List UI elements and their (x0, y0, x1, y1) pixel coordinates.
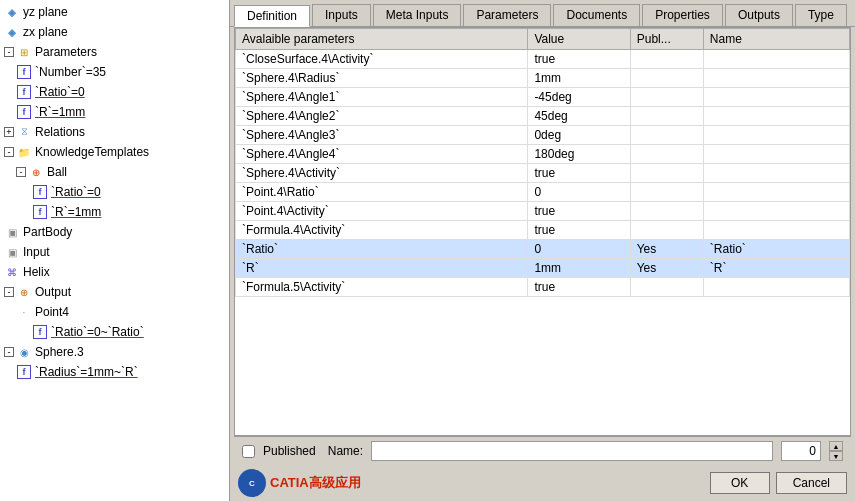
expand-icon[interactable]: + (4, 127, 14, 137)
plane-icon: ◈ (4, 24, 20, 40)
tree-item-knowledge[interactable]: - 📁 KnowledgeTemplates (0, 142, 229, 162)
tab-type[interactable]: Type (795, 4, 847, 26)
param-icon: f (16, 104, 32, 120)
tree-item-r[interactable]: f `R`=1mm (0, 102, 229, 122)
name-cell (703, 221, 849, 240)
table-row[interactable]: `Sphere.4\Angle2`45deg (236, 107, 850, 126)
tree-item-relations[interactable]: + ⧖ Relations (0, 122, 229, 142)
expand-icon[interactable]: - (4, 147, 14, 157)
cancel-button[interactable]: Cancel (776, 472, 847, 494)
table-row[interactable]: `CloseSurface.4\Activity`true (236, 50, 850, 69)
tree-item-ball-ratio[interactable]: f `Ratio`=0 (0, 182, 229, 202)
param-cell: `Formula.5\Activity` (236, 278, 528, 297)
name-cell (703, 69, 849, 88)
param-icon: f (16, 64, 32, 80)
tree-item-partbody[interactable]: ▣ PartBody (0, 222, 229, 242)
catia-icon: C (238, 469, 266, 497)
name-cell (703, 145, 849, 164)
spinner-value[interactable]: 0 (781, 441, 821, 461)
table-row[interactable]: `Point.4\Ratio`0 (236, 183, 850, 202)
name-cell: `Ratio` (703, 240, 849, 259)
publ-cell (630, 50, 703, 69)
published-checkbox[interactable] (242, 445, 255, 458)
tree-label: Point4 (35, 305, 69, 319)
table-row[interactable]: `Sphere.4\Radius`1mm (236, 69, 850, 88)
tree-item-ball[interactable]: - ⊕ Ball (0, 162, 229, 182)
table-row[interactable]: `Point.4\Activity`true (236, 202, 850, 221)
publ-cell (630, 88, 703, 107)
table-row[interactable]: `R`1mmYes`R` (236, 259, 850, 278)
publ-cell (630, 183, 703, 202)
catia-text: CATIA高级应用 (270, 474, 361, 492)
tree-item-ratio[interactable]: f `Ratio`=0 (0, 82, 229, 102)
relations-icon: ⧖ (16, 124, 32, 140)
param-cell: `Sphere.4\Activity` (236, 164, 528, 183)
table-row[interactable]: `Sphere.4\Angle3`0deg (236, 126, 850, 145)
table-row[interactable]: `Sphere.4\Angle1`-45deg (236, 88, 850, 107)
table-row[interactable]: `Ratio`0Yes`Ratio` (236, 240, 850, 259)
tab-properties[interactable]: Properties (642, 4, 723, 26)
input-icon: ▣ (4, 244, 20, 260)
right-panel: Definition Inputs Meta Inputs Parameters… (230, 0, 855, 501)
name-input[interactable] (371, 441, 773, 461)
tab-documents[interactable]: Documents (553, 4, 640, 26)
published-label: Published (263, 444, 316, 458)
tree-item-yzplane[interactable]: ◈ yz plane (0, 2, 229, 22)
tree-item-output[interactable]: - ⊕ Output (0, 282, 229, 302)
name-cell (703, 278, 849, 297)
param-cell: `CloseSurface.4\Activity` (236, 50, 528, 69)
name-cell (703, 107, 849, 126)
param-cell: `Sphere.4\Angle2` (236, 107, 528, 126)
param-cell: `Sphere.4\Angle1` (236, 88, 528, 107)
part-icon: ▣ (4, 224, 20, 240)
table-row[interactable]: `Formula.5\Activity`true (236, 278, 850, 297)
tree-item-parameters[interactable]: - ⊞ Parameters (0, 42, 229, 62)
tab-parameters[interactable]: Parameters (463, 4, 551, 26)
tree-label: zx plane (23, 25, 68, 39)
tree-item-helix[interactable]: ⌘ Helix (0, 262, 229, 282)
expand-icon[interactable]: - (4, 287, 14, 297)
tree-item-input[interactable]: ▣ Input (0, 242, 229, 262)
tree-item-ball-r[interactable]: f `R`=1mm (0, 202, 229, 222)
tab-meta-inputs[interactable]: Meta Inputs (373, 4, 462, 26)
publ-cell (630, 69, 703, 88)
tree-label: Helix (23, 265, 50, 279)
folder-icon: 📁 (16, 144, 32, 160)
catia-logo: C CATIA高级应用 (238, 469, 361, 497)
tab-inputs[interactable]: Inputs (312, 4, 371, 26)
param-icon: f (16, 364, 32, 380)
param-cell: `Point.4\Activity` (236, 202, 528, 221)
value-cell: 1mm (528, 259, 630, 278)
plane-icon: ◈ (4, 4, 20, 20)
table-row[interactable]: `Formula.4\Activity`true (236, 221, 850, 240)
tree-item-ratio-link[interactable]: f `Ratio`=0~`Ratio` (0, 322, 229, 342)
tree-label: KnowledgeTemplates (35, 145, 149, 159)
spinner-up[interactable]: ▲ (829, 441, 843, 451)
spinner-down[interactable]: ▼ (829, 451, 843, 461)
tab-definition[interactable]: Definition (234, 5, 310, 27)
ok-button[interactable]: OK (710, 472, 770, 494)
tree-label: Output (35, 285, 71, 299)
tree-label: `Ratio`=0~`Ratio` (51, 325, 144, 339)
col-param: Avalaible parameters (236, 29, 528, 50)
expand-icon[interactable]: - (4, 347, 14, 357)
expand-icon[interactable]: - (4, 47, 14, 57)
tree-label: `Number`=35 (35, 65, 106, 79)
value-cell: true (528, 164, 630, 183)
publ-cell (630, 278, 703, 297)
parameters-table: Avalaible parameters Value Publ... Name … (234, 27, 851, 436)
tree-item-point4[interactable]: · Point4 (0, 302, 229, 322)
tree-item-sphere3[interactable]: - ◉ Sphere.3 (0, 342, 229, 362)
tree-item-zxplane[interactable]: ◈ zx plane (0, 22, 229, 42)
tree-label: Ball (47, 165, 67, 179)
spinner-buttons: ▲ ▼ (829, 441, 843, 461)
value-cell: 1mm (528, 69, 630, 88)
expand-icon[interactable]: - (16, 167, 26, 177)
param-cell: `Ratio` (236, 240, 528, 259)
tree-label: yz plane (23, 5, 68, 19)
tree-item-radius-link[interactable]: f `Radius`=1mm~`R` (0, 362, 229, 382)
table-row[interactable]: `Sphere.4\Activity`true (236, 164, 850, 183)
tree-item-number[interactable]: f `Number`=35 (0, 62, 229, 82)
table-row[interactable]: `Sphere.4\Angle4`180deg (236, 145, 850, 164)
tab-outputs[interactable]: Outputs (725, 4, 793, 26)
